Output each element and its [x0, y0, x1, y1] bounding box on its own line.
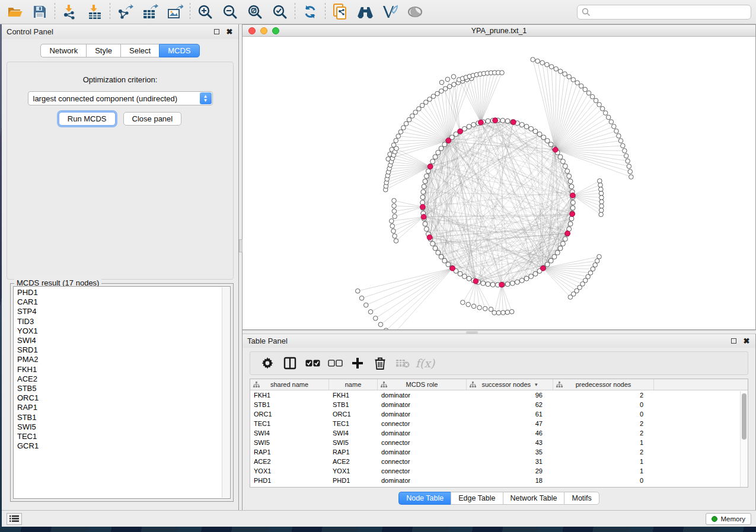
- mcds-result-item[interactable]: GCR1: [17, 441, 230, 451]
- cell-successor-nodes[interactable]: 35: [467, 448, 553, 456]
- add-column-button[interactable]: [346, 353, 369, 373]
- mcds-result-item[interactable]: SWI4: [17, 336, 230, 345]
- close-panel-button[interactable]: ✖: [225, 28, 234, 36]
- mcds-result-item[interactable]: ACE2: [17, 374, 230, 384]
- column-header-name[interactable]: name: [329, 379, 378, 390]
- column-header-predecessor-nodes[interactable]: predecessor nodes: [553, 379, 654, 390]
- cell-shared-name[interactable]: ORC1: [250, 411, 329, 418]
- cell-predecessor-nodes[interactable]: 0: [553, 411, 654, 418]
- mcds-result-item[interactable]: STB5: [17, 384, 230, 393]
- cell-name[interactable]: SWI5: [329, 439, 378, 446]
- v-pen-button[interactable]: [378, 1, 403, 23]
- mcds-result-item[interactable]: TEC1: [17, 432, 230, 441]
- cell-name[interactable]: FKH1: [329, 392, 378, 399]
- cell-MCDS-role[interactable]: dominator: [378, 411, 467, 418]
- mcds-result-item[interactable]: PMA2: [17, 355, 230, 364]
- zoom-fit-button[interactable]: [243, 1, 267, 23]
- save-session-button[interactable]: [27, 1, 52, 23]
- table-row[interactable]: STB1STB1dominator620: [250, 400, 748, 409]
- search-input[interactable]: [577, 5, 751, 20]
- cell-name[interactable]: TEC1: [329, 420, 378, 427]
- select-all-button[interactable]: [301, 353, 324, 373]
- export-table-button[interactable]: [138, 1, 162, 23]
- table-scrollbar[interactable]: [740, 391, 748, 487]
- table-row[interactable]: ORC1ORC1dominator610: [250, 409, 748, 419]
- tab-network[interactable]: Network: [40, 44, 86, 57]
- export-network-button[interactable]: [113, 1, 138, 23]
- cell-successor-nodes[interactable]: 43: [467, 439, 553, 446]
- cell-MCDS-role[interactable]: connector: [378, 420, 467, 427]
- cell-name[interactable]: SWI4: [329, 430, 378, 437]
- splitter-handle[interactable]: [466, 331, 478, 334]
- table-row[interactable]: SWI4SWI4dominator462: [250, 428, 748, 438]
- tab-style[interactable]: Style: [86, 44, 120, 57]
- cell-shared-name[interactable]: STB1: [250, 401, 329, 408]
- cell-MCDS-role[interactable]: dominator: [378, 401, 467, 408]
- refresh-view-button[interactable]: [298, 1, 323, 23]
- cell-successor-nodes[interactable]: 96: [467, 392, 553, 399]
- table-row[interactable]: FKH1FKH1dominator962: [250, 390, 748, 400]
- mcds-result-list[interactable]: PHD1CAR1STP4TID3YOX1SWI4SRD1PMA2FKH1ACE2…: [13, 286, 231, 499]
- float-panel-button[interactable]: [212, 28, 221, 36]
- cell-predecessor-nodes[interactable]: 2: [553, 430, 654, 437]
- cell-successor-nodes[interactable]: 61: [467, 411, 553, 418]
- delete-table-button[interactable]: [391, 353, 414, 373]
- cell-name[interactable]: PHD1: [329, 477, 378, 484]
- horizontal-splitter[interactable]: [243, 330, 756, 334]
- zoom-selected-button[interactable]: [267, 1, 292, 23]
- float-table-panel-button[interactable]: [729, 336, 738, 345]
- cell-shared-name[interactable]: SWI5: [250, 439, 329, 446]
- run-mcds-button[interactable]: Run MCDS: [59, 112, 116, 126]
- cell-predecessor-nodes[interactable]: 1: [553, 439, 654, 446]
- function-builder-button[interactable]: f(x): [414, 353, 436, 373]
- task-history-button[interactable]: [7, 513, 22, 525]
- cell-shared-name[interactable]: FKH1: [250, 392, 329, 399]
- cell-predecessor-nodes[interactable]: 2: [553, 448, 654, 456]
- export-image-button[interactable]: [162, 1, 187, 23]
- column-header-successor-nodes[interactable]: successor nodes▾: [467, 379, 553, 390]
- cell-predecessor-nodes[interactable]: 1: [553, 467, 654, 475]
- tab-select[interactable]: Select: [120, 44, 159, 57]
- zoom-in-button[interactable]: [193, 1, 218, 23]
- cell-shared-name[interactable]: PHD1: [250, 477, 329, 484]
- table-row[interactable]: ACE2ACE2connector311: [250, 457, 748, 466]
- import-table-button[interactable]: [82, 1, 107, 23]
- cell-predecessor-nodes[interactable]: 0: [553, 401, 654, 408]
- cell-successor-nodes[interactable]: 46: [467, 430, 553, 437]
- mcds-result-item[interactable]: PHD1: [17, 288, 230, 297]
- mcds-result-item[interactable]: ORC1: [17, 393, 230, 403]
- deselect-all-button[interactable]: [324, 353, 346, 373]
- cell-shared-name[interactable]: YOX1: [250, 467, 329, 475]
- share-document-button[interactable]: [328, 1, 353, 23]
- column-header-MCDS-role[interactable]: MCDS role: [378, 379, 467, 390]
- cell-shared-name[interactable]: SWI4: [250, 430, 329, 437]
- cell-MCDS-role[interactable]: dominator: [378, 477, 467, 484]
- cell-MCDS-role[interactable]: dominator: [378, 392, 467, 399]
- cell-predecessor-nodes[interactable]: 2: [553, 420, 654, 427]
- cell-name[interactable]: ACE2: [329, 458, 378, 465]
- toggle-panel-layout-button[interactable]: [279, 353, 301, 373]
- cell-name[interactable]: STB1: [329, 401, 378, 408]
- cell-MCDS-role[interactable]: connector: [378, 458, 467, 465]
- table-settings-button[interactable]: [256, 353, 279, 373]
- delete-column-button[interactable]: [369, 353, 391, 373]
- tab-edge-table[interactable]: Edge Table: [451, 492, 502, 505]
- mcds-result-item[interactable]: FKH1: [17, 365, 230, 374]
- network-frame-titlebar[interactable]: YPA_prune.txt_1: [243, 25, 755, 37]
- cell-predecessor-nodes[interactable]: 2: [553, 392, 654, 399]
- table-row[interactable]: TEC1TEC1connector472: [250, 419, 748, 428]
- mcds-result-item[interactable]: SRD1: [17, 345, 230, 355]
- tab-network-table[interactable]: Network Table: [503, 492, 564, 505]
- close-table-panel-button[interactable]: ✖: [742, 336, 751, 345]
- cell-successor-nodes[interactable]: 47: [467, 420, 553, 427]
- mcds-result-item[interactable]: YOX1: [17, 326, 230, 336]
- mcds-result-item[interactable]: CAR1: [17, 297, 230, 307]
- eye-button[interactable]: [403, 1, 428, 23]
- table-row[interactable]: PHD1PHD1dominator180: [250, 476, 748, 485]
- mcds-list-scrollbar[interactable]: [222, 287, 229, 498]
- mcds-result-item[interactable]: RAP1: [17, 403, 230, 412]
- memory-button[interactable]: Memory: [706, 513, 751, 525]
- cell-predecessor-nodes[interactable]: 0: [553, 477, 654, 484]
- tab-mcds[interactable]: MCDS: [159, 44, 199, 57]
- cell-name[interactable]: YOX1: [329, 467, 378, 475]
